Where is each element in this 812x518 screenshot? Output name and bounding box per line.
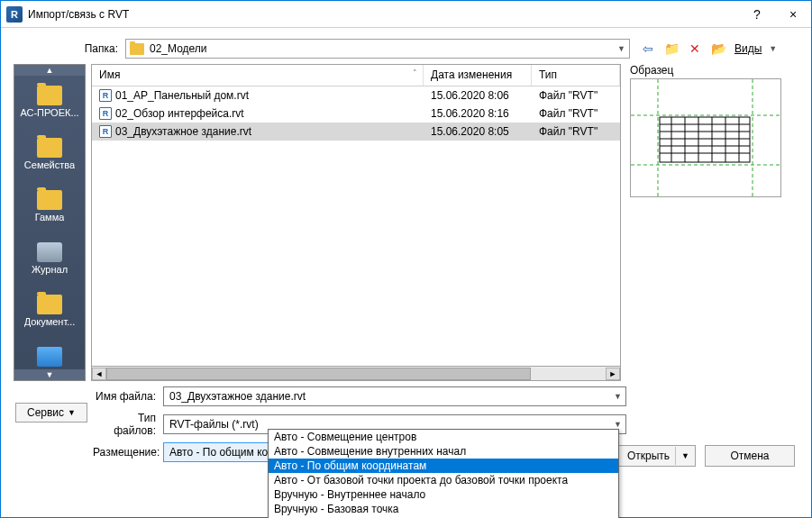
filename-label: Имя файла: bbox=[93, 390, 163, 403]
places-item[interactable]: Документ... bbox=[14, 285, 85, 337]
horizontal-scrollbar[interactable]: ◄ ► bbox=[91, 367, 621, 381]
scroll-left-icon[interactable]: ◄ bbox=[92, 368, 106, 380]
places-item[interactable]: Журнал bbox=[14, 232, 85, 285]
places-scroll-down[interactable]: ▼ bbox=[14, 369, 85, 380]
folder-icon bbox=[37, 295, 62, 314]
preview-thumbnail bbox=[630, 78, 781, 197]
filename-combo[interactable]: 03_Двухэтажное здание.rvt ▼ bbox=[163, 386, 626, 406]
places-item[interactable]: Семейства bbox=[14, 128, 85, 180]
folder-combo[interactable]: 02_Модели ▼ bbox=[125, 39, 630, 59]
places-item-label: АС-ПРОЕК... bbox=[20, 107, 78, 118]
filetype-label: Тип файлов: bbox=[93, 412, 163, 437]
positioning-label: Размещение: bbox=[93, 446, 163, 459]
dropdown-option[interactable]: Авто - Совмещение центров bbox=[269, 430, 618, 444]
cancel-button[interactable]: Отмена bbox=[705, 445, 795, 467]
rvt-file-icon: R bbox=[99, 89, 112, 102]
places-scroll-up[interactable]: ▲ bbox=[14, 65, 85, 76]
dropdown-option[interactable]: Вручную - Базовая точка bbox=[269, 502, 618, 516]
up-folder-icon[interactable]: 📁 bbox=[662, 40, 680, 58]
preview-label: Образец bbox=[626, 64, 787, 77]
dropdown-option[interactable]: Авто - По общим координатам bbox=[269, 459, 618, 473]
file-dialog: R Импорт/связь с RVT ? × Папка: 02_Модел… bbox=[0, 0, 812, 518]
views-button[interactable]: Виды bbox=[734, 42, 762, 55]
dropdown-option[interactable]: Вручную - Внутреннее начало bbox=[269, 487, 618, 502]
file-name: 02_Обзор интерфейса.rvt bbox=[115, 107, 244, 120]
places-item[interactable]: АС-ПРОЕК... bbox=[14, 76, 85, 128]
places-bar: ▲ АС-ПРОЕК...СемействаГаммаЖурналДокумен… bbox=[14, 64, 86, 381]
folder-icon bbox=[37, 86, 62, 105]
file-row[interactable]: R01_АР_Панельный дом.rvt15.06.2020 8:06Ф… bbox=[92, 86, 620, 105]
file-name: 03_Двухэтажное здание.rvt bbox=[115, 125, 251, 138]
places-item-label: Семейства bbox=[24, 159, 75, 170]
dropdown-option[interactable]: Авто - От базовой точки проекта до базов… bbox=[269, 473, 618, 487]
chevron-down-icon[interactable]: ▼ bbox=[769, 44, 777, 53]
close-button[interactable]: × bbox=[775, 1, 811, 28]
rvt-file-icon: R bbox=[99, 107, 112, 120]
file-name: 01_АР_Панельный дом.rvt bbox=[115, 89, 249, 102]
folder-icon bbox=[130, 43, 144, 55]
file-type: Файл "RVT" bbox=[532, 125, 620, 138]
chevron-down-icon[interactable]: ▼ bbox=[681, 451, 689, 460]
delete-icon[interactable]: ✕ bbox=[686, 40, 704, 58]
folder-value: 02_Модели bbox=[150, 42, 207, 55]
app-icon: R bbox=[6, 6, 23, 23]
column-header-date[interactable]: Дата изменения bbox=[424, 65, 532, 86]
new-folder-icon[interactable]: 📂 bbox=[709, 40, 727, 58]
file-date: 15.06.2020 8:06 bbox=[424, 89, 532, 102]
file-row[interactable]: R03_Двухэтажное здание.rvt15.06.2020 8:0… bbox=[92, 123, 620, 141]
folder-icon bbox=[37, 138, 62, 158]
journal-icon bbox=[37, 242, 62, 262]
folder-label: Папка: bbox=[80, 42, 125, 55]
dropdown-option[interactable]: Авто - Совмещение внутренних начал bbox=[269, 444, 618, 459]
file-type: Файл "RVT" bbox=[532, 107, 620, 120]
file-type: Файл "RVT" bbox=[532, 89, 620, 102]
titlebar: R Импорт/связь с RVT ? × bbox=[1, 1, 811, 28]
comp-icon bbox=[37, 347, 62, 367]
filetype-value: RVT-файлы (*.rvt) bbox=[169, 418, 259, 431]
chevron-down-icon: ▼ bbox=[614, 392, 622, 401]
chevron-down-icon: ▼ bbox=[68, 408, 76, 417]
help-button[interactable]: ? bbox=[739, 1, 775, 28]
column-header-name[interactable]: Имя˄ bbox=[92, 65, 424, 86]
places-item-label: Документ... bbox=[24, 316, 76, 327]
chevron-down-icon: ▼ bbox=[614, 420, 622, 429]
file-list: Имя˄ Дата изменения Тип R01_АР_Панельный… bbox=[91, 64, 621, 367]
places-item-label: Журнал bbox=[32, 264, 68, 275]
places-item[interactable]: Мой комп... bbox=[14, 337, 85, 369]
places-item-label: Гамма bbox=[35, 212, 65, 223]
column-header-type[interactable]: Тип bbox=[532, 65, 620, 86]
chevron-down-icon: ▼ bbox=[617, 44, 625, 53]
open-button[interactable]: Открыть ▼ bbox=[610, 445, 696, 467]
window-title: Импорт/связь с RVT bbox=[28, 8, 739, 21]
file-date: 15.06.2020 8:16 bbox=[424, 107, 532, 120]
folder-icon bbox=[37, 190, 62, 210]
scroll-right-icon[interactable]: ► bbox=[606, 368, 620, 380]
nav-back-icon[interactable]: ⇦ bbox=[639, 40, 657, 58]
rvt-file-icon: R bbox=[99, 125, 112, 138]
positioning-dropdown: Авто - Совмещение центровАвто - Совмещен… bbox=[268, 429, 619, 518]
places-item[interactable]: Гамма bbox=[14, 180, 85, 232]
service-button[interactable]: Сервис ▼ bbox=[15, 403, 87, 423]
file-row[interactable]: R02_Обзор интерфейса.rvt15.06.2020 8:16Ф… bbox=[92, 105, 620, 123]
filename-value: 03_Двухэтажное здание.rvt bbox=[169, 390, 306, 403]
file-date: 15.06.2020 8:05 bbox=[424, 125, 532, 138]
scroll-thumb[interactable] bbox=[106, 368, 531, 380]
